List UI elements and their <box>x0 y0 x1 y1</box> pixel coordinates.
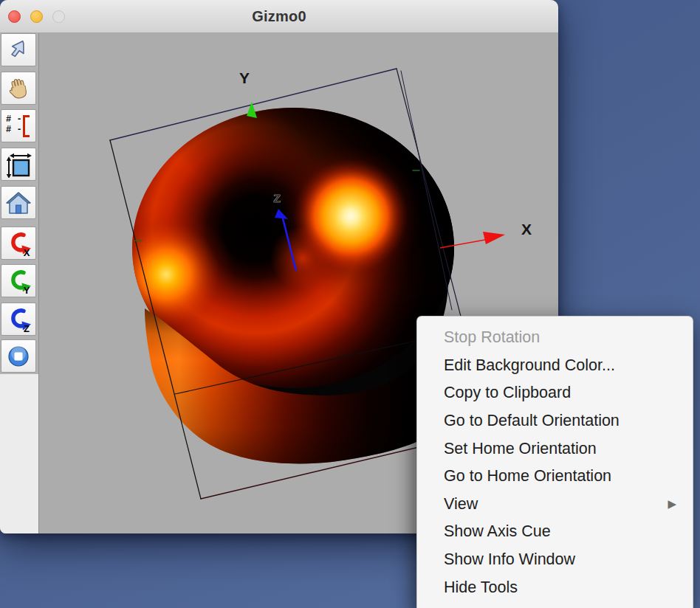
clip-range-icon: # - # - <box>6 115 31 137</box>
zoom-button-disabled <box>52 10 65 23</box>
z-axis-label: Z <box>273 192 280 204</box>
cursor-arrow-icon <box>6 38 31 63</box>
home-tool-button[interactable] <box>1 186 36 219</box>
home-icon <box>5 190 32 215</box>
rotate-z-icon: Z <box>4 305 33 334</box>
submenu-arrow-icon: ▶ <box>668 497 676 511</box>
svg-text:Y: Y <box>24 284 30 295</box>
clip-range-tool-button[interactable]: # - # - <box>1 109 36 142</box>
menu-item-copy-to-clipboard[interactable]: Copy to Clipboard <box>417 379 693 407</box>
menu-item-set-home-orientation[interactable]: Set Home Orientation <box>417 435 693 463</box>
rotate-x-tool-button[interactable]: X <box>1 227 36 260</box>
menu-item-stop-rotation: Stop Rotation <box>417 324 693 352</box>
minimize-button[interactable] <box>30 10 43 23</box>
svg-text:X: X <box>24 246 30 258</box>
rotate-y-tool-button[interactable]: Y <box>1 264 36 297</box>
menu-item-edit-background-color[interactable]: Edit Background Color... <box>417 352 693 380</box>
toolbar: # - # - <box>0 33 39 533</box>
y-axis-label: Y <box>239 69 250 86</box>
title-bar[interactable]: Gizmo0 <box>0 0 558 33</box>
rotate-y-icon: Y <box>4 267 33 295</box>
menu-item-hide-tools[interactable]: Hide Tools <box>417 573 693 601</box>
menu-item-go-to-home-orientation[interactable]: Go to Home Orientation <box>417 463 693 491</box>
pan-tool-button[interactable] <box>1 72 36 105</box>
stop-tool-button[interactable] <box>1 339 36 373</box>
resize-icon <box>5 151 32 178</box>
menu-item-show-info-window[interactable]: Show Info Window <box>417 546 693 574</box>
x-axis-label: X <box>521 221 532 238</box>
desktop: { "window": { "title": "Gizmo0", "traffi… <box>0 0 700 608</box>
menu-item-go-to-default-orientation[interactable]: Go to Default Orientation <box>417 407 693 435</box>
context-menu: Stop Rotation Edit Background Color... C… <box>416 316 693 608</box>
rotate-z-tool-button[interactable]: Z <box>1 303 36 336</box>
window-title: Gizmo0 <box>0 0 558 33</box>
stop-icon <box>5 343 32 370</box>
hand-icon <box>6 76 31 101</box>
rotate-x-icon: X <box>4 229 33 258</box>
menu-item-view[interactable]: View ▶ <box>417 491 693 519</box>
close-button[interactable] <box>8 10 21 23</box>
svg-text:Z: Z <box>24 322 30 334</box>
select-tool-button[interactable] <box>1 33 36 66</box>
menu-item-show-axis-cue[interactable]: Show Axis Cue <box>417 518 693 546</box>
resize-tool-button[interactable] <box>1 148 36 181</box>
